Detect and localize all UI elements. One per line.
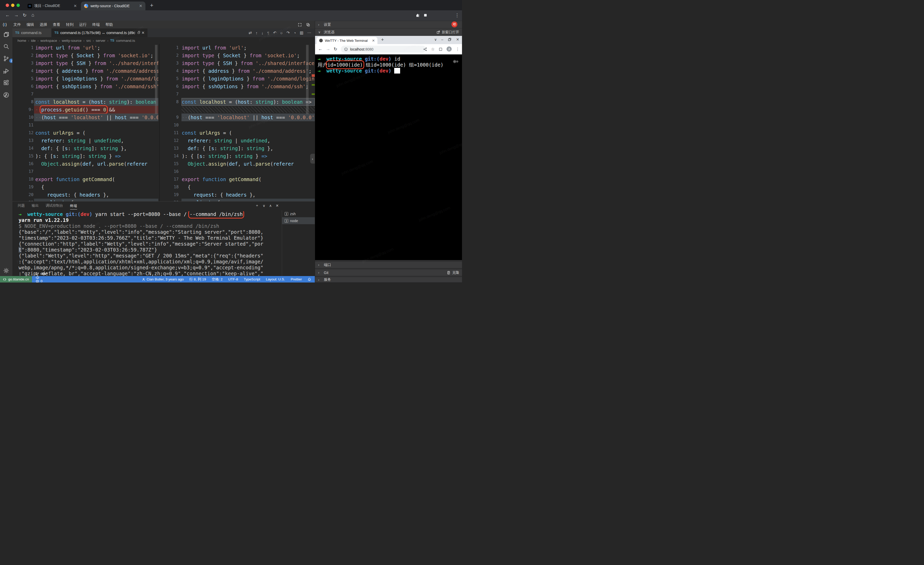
timeline-icon[interactable]: ◔ bbox=[294, 31, 296, 35]
next-icon[interactable]: ↓ bbox=[261, 31, 264, 35]
close-tab-icon[interactable]: ✕ bbox=[372, 38, 375, 42]
scrollbar-left-pane[interactable] bbox=[154, 44, 158, 199]
breadcrumb-item[interactable]: server bbox=[96, 39, 105, 42]
section-services[interactable]: › 服务 bbox=[315, 277, 462, 282]
prev-change-icon[interactable]: ↶ bbox=[273, 30, 277, 35]
browser-menu-kebab-icon[interactable]: ⋮ bbox=[456, 47, 460, 52]
open-changes-icon[interactable]: ⇄ bbox=[249, 30, 252, 35]
avatar[interactable] bbox=[447, 47, 452, 52]
bookmark-star-icon[interactable]: ☆ bbox=[431, 47, 435, 52]
panel-tab-输出[interactable]: 输出 bbox=[32, 203, 39, 208]
panel-tab-问题[interactable]: 问题 bbox=[18, 203, 25, 208]
close-tab-icon[interactable]: ✕ bbox=[74, 4, 77, 8]
wetty-terminal[interactable]: → wetty-source git:(dev) id用户id=1000(ide… bbox=[315, 54, 462, 260]
site-info-icon[interactable] bbox=[344, 47, 348, 51]
new-terminal-icon[interactable]: ＋ bbox=[255, 203, 259, 208]
diff-pane-modified[interactable]: 1import url from 'url';2import type { So… bbox=[159, 44, 315, 201]
current-change-icon[interactable]: ○ bbox=[280, 31, 283, 35]
diff-pane-original[interactable]: 1import url from 'url';2import type { So… bbox=[12, 44, 158, 201]
split-editor-icon[interactable]: ▥ bbox=[300, 30, 303, 35]
new-tab-button[interactable]: + bbox=[150, 3, 153, 8]
settings-gear-icon[interactable] bbox=[3, 267, 9, 274]
back-icon[interactable]: ← bbox=[318, 47, 322, 52]
panel-tab-终端[interactable]: 终端 bbox=[70, 204, 77, 209]
whitespace-icon[interactable]: ¶ bbox=[267, 31, 269, 35]
status-item--8-19[interactable]: 行 8, 列 19 bbox=[189, 277, 206, 282]
extensions-puzzle-icon[interactable] bbox=[416, 12, 420, 18]
maximize-panel-icon[interactable]: ∧ bbox=[269, 204, 272, 208]
breadcrumb-item[interactable]: command.ts bbox=[116, 39, 135, 42]
tab-dropdown-icon[interactable]: ∨ bbox=[434, 38, 437, 42]
breadcrumb-item[interactable]: wetty-source bbox=[62, 39, 82, 42]
wetty-settings-gear-icon[interactable] bbox=[453, 59, 459, 64]
minimize-icon[interactable]: – bbox=[441, 38, 443, 42]
editor-tab-diff[interactable]: TS command.ts (17b75c98) ↔ command.ts (d… bbox=[52, 29, 147, 37]
reload-icon[interactable]: ↻ bbox=[334, 47, 337, 52]
terminal-session-zsh[interactable]: ❯zsh bbox=[282, 210, 315, 217]
breadcrumb[interactable]: home›ide›workspace›wetty-source›src›serv… bbox=[12, 37, 315, 44]
menu-item-文件[interactable]: 文件 bbox=[10, 23, 24, 27]
status-item-layout-u-s-[interactable]: Layout: U.S. bbox=[266, 277, 285, 281]
editor-tab-command-ts[interactable]: TS command.ts bbox=[12, 29, 51, 37]
menu-item-转到[interactable]: 转到 bbox=[63, 23, 76, 27]
breadcrumb-item[interactable]: src bbox=[86, 39, 91, 42]
remote-indicator[interactable]: go.titanide.cn bbox=[0, 276, 32, 282]
user-badge[interactable]: 邓 bbox=[452, 21, 458, 27]
run-debug-icon[interactable] bbox=[3, 68, 9, 74]
panel-expand-handle[interactable]: › bbox=[310, 154, 315, 164]
more-actions-icon[interactable]: ⋯ bbox=[308, 30, 311, 35]
reload-icon[interactable]: ↻ bbox=[22, 12, 27, 18]
side-panel-icon[interactable] bbox=[423, 12, 428, 18]
diff-editor[interactable]: 1import url from 'url';2import type { So… bbox=[12, 44, 315, 201]
menu-item-编辑[interactable]: 编辑 bbox=[24, 23, 37, 27]
embedded-address-bar[interactable]: localhost:8080 bbox=[341, 46, 426, 53]
section-git[interactable]: › Git 克隆 bbox=[315, 269, 462, 276]
close-tab-icon[interactable]: ✕ bbox=[141, 31, 145, 35]
breadcrumb-item[interactable]: home bbox=[18, 39, 26, 42]
close-window-icon[interactable]: ✕ bbox=[456, 38, 459, 42]
traffic-light-close[interactable] bbox=[6, 4, 9, 7]
status-item[interactable] bbox=[308, 278, 311, 281]
scrollbar-right-pane[interactable] bbox=[306, 44, 309, 199]
section-ports[interactable]: › 端口 bbox=[315, 261, 462, 268]
search-icon[interactable] bbox=[3, 44, 9, 50]
source-control-icon[interactable]: 2 bbox=[3, 56, 9, 62]
browser-tab-wetty-source[interactable]: wetty-source - CloudIDE ✕ bbox=[81, 2, 146, 11]
status-item[interactable] bbox=[36, 275, 47, 279]
side-panel-icon[interactable] bbox=[438, 47, 442, 51]
menu-item-运行[interactable]: 运行 bbox=[76, 23, 90, 27]
menu-item-选择[interactable]: 选择 bbox=[37, 23, 50, 27]
breadcrumb-item[interactable]: ide bbox=[31, 39, 36, 42]
menu-item-查看[interactable]: 查看 bbox=[50, 23, 63, 27]
forward-icon[interactable]: → bbox=[14, 12, 19, 18]
extensions-icon[interactable] bbox=[3, 80, 9, 86]
section-settings[interactable]: › 设置 bbox=[315, 21, 462, 28]
files-icon[interactable] bbox=[3, 31, 9, 38]
layout-icon[interactable] bbox=[306, 22, 310, 27]
panel-tab-调试控制台[interactable]: 调试控制台 bbox=[46, 203, 63, 208]
forward-icon[interactable]: → bbox=[326, 47, 330, 52]
close-panel-icon[interactable]: ✕ bbox=[276, 204, 279, 208]
traffic-light-minimize[interactable] bbox=[11, 4, 14, 7]
status-item-utf-8[interactable]: UTF-8 bbox=[228, 277, 238, 281]
embedded-tab-wetty[interactable]: WeTTY - The Web Terminal ✕ bbox=[316, 37, 377, 44]
browser-tab-project[interactable]: ⟨t⟩ 项目 - CloudIDE ✕ bbox=[24, 2, 80, 11]
share-icon[interactable] bbox=[423, 47, 427, 51]
new-tab-button[interactable]: + bbox=[381, 37, 384, 42]
previous-icon[interactable]: ↑ bbox=[255, 31, 258, 35]
section-browser[interactable]: ∨ 浏览器 新窗口打开 bbox=[315, 29, 462, 36]
git-graph-icon[interactable] bbox=[3, 92, 9, 98]
status-item-typescript[interactable]: TypeScript bbox=[244, 277, 260, 281]
restore-window-icon[interactable] bbox=[448, 37, 452, 42]
status-item-dev-[interactable]: dev* bbox=[36, 272, 47, 275]
terminal-output[interactable]: → wetty-source git:(dev) yarn start --po… bbox=[12, 211, 282, 276]
traffic-light-maximize[interactable] bbox=[16, 4, 20, 7]
menu-item-帮助[interactable]: 帮助 bbox=[103, 23, 116, 27]
breadcrumb-item[interactable]: workspace bbox=[40, 39, 57, 42]
status-item-0[interactable]: 0 bbox=[36, 279, 47, 282]
terminal-session-node[interactable]: ❯node bbox=[282, 217, 315, 224]
back-icon[interactable]: ← bbox=[5, 12, 10, 18]
expand-icon[interactable] bbox=[298, 22, 302, 27]
menu-item-终端[interactable]: 终端 bbox=[90, 23, 103, 27]
close-tab-icon[interactable]: ✕ bbox=[139, 4, 142, 8]
